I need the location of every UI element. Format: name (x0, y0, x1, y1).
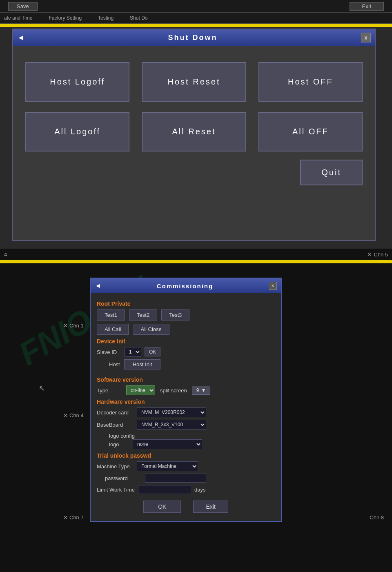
dialog-title: Shut Down (24, 33, 361, 42)
software-type-row: Type on-line off-line split screen 9 ▼ (97, 385, 275, 395)
logo-row: logo none (97, 439, 275, 449)
all-off-button[interactable]: All OFF (258, 112, 363, 151)
chn7-label: ✕ Chn 7 (63, 514, 84, 521)
password-input[interactable] (145, 474, 206, 483)
channel-5-indicator: ✕ Chn 5 (367, 252, 388, 258)
split-screen-stepper[interactable]: 9 ▼ (192, 386, 211, 395)
comm-exit-button[interactable]: Exit (193, 501, 228, 513)
dialog-close-button[interactable]: x (361, 33, 371, 42)
chn1-label: ✕ Chn 1 (63, 323, 84, 329)
split-down-icon[interactable]: ▼ (201, 387, 206, 393)
chn5-x-icon: ✕ (367, 252, 372, 258)
comm-body: Root Private Test1 Test2 Test3 All Call … (91, 293, 281, 521)
host-init-button[interactable]: Host Init (124, 359, 161, 369)
dialog-back-button[interactable]: ◄ (17, 33, 24, 42)
baseboard-select[interactable]: NVM_B_3x3_V100 (137, 420, 206, 430)
host-logoff-button[interactable]: Host Logoff (25, 62, 129, 102)
quit-button[interactable]: Quit (300, 160, 363, 185)
decoder-card-label: Decoder card (97, 410, 134, 416)
hardware-version-label: Hardware version (97, 398, 275, 405)
chn8-text: Chn 8 (370, 514, 384, 521)
chn1-x: ✕ (63, 323, 68, 329)
exit-button[interactable]: ExIt (350, 2, 384, 11)
test3-button[interactable]: Test3 (161, 309, 189, 320)
all-call-button[interactable]: All Call (97, 324, 129, 335)
test2-button[interactable]: Test2 (129, 309, 157, 320)
software-version-label: Software version (97, 376, 275, 383)
chn7-x: ✕ (63, 514, 68, 521)
chn4-x: ✕ (63, 412, 68, 418)
decoder-card-row: Decoder card NVM_M_V200R002 (97, 407, 275, 417)
dialog-body: Host Logoff Host Reset Host OFF All Logo… (13, 46, 375, 202)
root-private-btn-row2: All Call All Close (97, 324, 275, 335)
split-screen-label: split screen (160, 387, 187, 394)
software-type-label: Type (97, 387, 121, 394)
logo-select[interactable]: none (133, 439, 202, 449)
device-init-ok-button[interactable]: OK (145, 347, 160, 356)
shutdown-button-grid: Host Logoff Host Reset Host OFF All Logo… (25, 62, 363, 151)
top-channel-bar: 4 ✕ Chn 5 (0, 249, 392, 260)
device-init-label: Device Init (97, 338, 275, 345)
top-toolbar: Save ExIt (0, 0, 392, 12)
split-value: 9 (196, 387, 199, 393)
comm-back-button[interactable]: ◄ (95, 282, 101, 289)
machine-type-row: Machine Type Formal Machine Trial Machin… (97, 461, 275, 471)
slave-id-label: Slave ID (97, 349, 121, 355)
limit-work-time-row: Limit Work Time days (97, 485, 275, 494)
host-off-button[interactable]: Host OFF (258, 62, 363, 102)
password-label: password (105, 475, 142, 481)
nav-item-datetime[interactable]: ate and Time (4, 15, 32, 21)
shutdown-dialog: ◄ Shut Down x Host Logoff Host Reset Hos… (12, 29, 376, 241)
trial-unlock-label: Trial unlock passwd (97, 452, 275, 459)
chn8-label: Chn 8 (370, 514, 384, 521)
yellow-bar-bottom (0, 261, 392, 263)
all-reset-button[interactable]: All Reset (142, 112, 246, 151)
dialog-titlebar: ◄ Shut Down x (13, 29, 375, 46)
logo-config-section: logo config logo none (97, 432, 275, 449)
limit-work-time-label: Limit Work Time (97, 487, 135, 493)
all-logoff-button[interactable]: All Logoff (25, 112, 129, 151)
host-reset-button[interactable]: Host Reset (142, 62, 246, 102)
bottom-section: FNIOCTV ✕ Chn 1 ✕ Chn 4 ✕ Chn 7 Chn 8 ↖ … (0, 261, 392, 572)
host-init-row: Host Host Init (97, 359, 275, 369)
decoder-card-select[interactable]: NVM_M_V200R002 (137, 407, 206, 417)
nav-bar: ate and Time Factory Setting Testing Shu… (0, 12, 392, 24)
slave-id-select[interactable]: 1 2 3 (125, 347, 141, 357)
chn1-text: Chn 1 (69, 323, 84, 329)
save-button[interactable]: Save (8, 2, 38, 11)
top-section: Save ExIt ate and Time Factory Setting T… (0, 0, 392, 261)
comm-title: Commissioning (101, 283, 269, 289)
comm-close-button[interactable]: × (269, 282, 277, 290)
machine-type-select[interactable]: Formal Machine Trial Machine (137, 461, 198, 471)
logo-label: logo (109, 441, 129, 447)
nav-item-shutdown[interactable]: Shut Do (130, 15, 147, 21)
comm-ok-button[interactable]: OK (143, 501, 181, 513)
commissioning-dialog: ◄ Commissioning × Root Private Test1 Tes… (90, 278, 282, 522)
chn7-text: Chn 7 (69, 514, 84, 521)
yellow-bar-top (0, 24, 392, 27)
chn4-text: Chn 4 (69, 412, 84, 418)
comm-titlebar: ◄ Commissioning × (91, 278, 281, 293)
divider-1 (97, 373, 275, 373)
days-label: days (194, 487, 205, 493)
dialog-footer: Quit (25, 160, 363, 185)
channel-number-left: 4 (4, 252, 7, 258)
host-label: Host (109, 361, 120, 367)
slave-id-row: Slave ID 1 2 3 OK (97, 347, 275, 357)
chn4-label: ✕ Chn 4 (63, 412, 84, 418)
nav-item-factory[interactable]: Factory Setting (49, 15, 82, 21)
all-close-button[interactable]: All Close (133, 324, 169, 335)
test1-button[interactable]: Test1 (97, 309, 125, 320)
limit-work-time-input[interactable] (138, 485, 191, 494)
root-private-btn-row1: Test1 Test2 Test3 (97, 309, 275, 320)
baseboard-label: BaseBoard (97, 422, 134, 428)
baseboard-row: BaseBoard NVM_B_3x3_V100 (97, 420, 275, 430)
nav-item-testing[interactable]: Testing (98, 15, 114, 21)
logo-config-label: logo config (109, 433, 135, 439)
software-type-select[interactable]: on-line off-line (126, 385, 155, 395)
root-private-label: Root Private (97, 300, 275, 307)
password-row: password (97, 474, 275, 483)
machine-type-label: Machine Type (97, 463, 134, 470)
chn5-label: Chn 5 (374, 252, 388, 258)
cursor-icon: ↖ (39, 384, 45, 393)
